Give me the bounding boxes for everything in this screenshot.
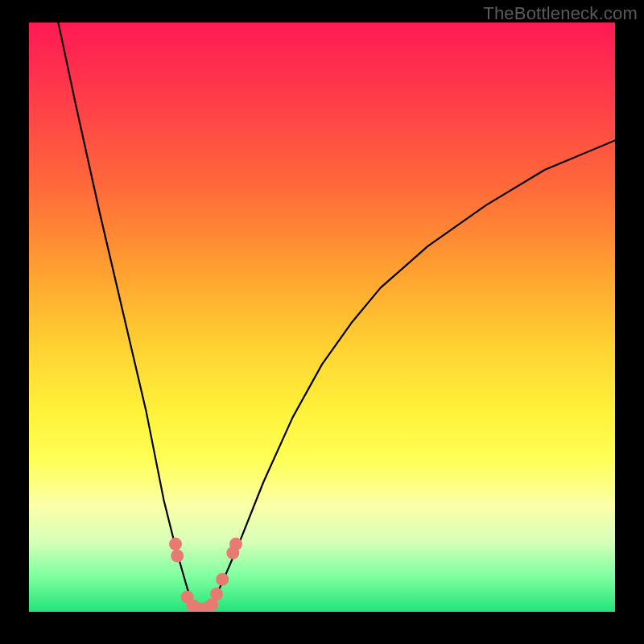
curve-path xyxy=(58,23,615,612)
bottleneck-curve xyxy=(58,23,615,612)
marker-dot xyxy=(171,550,184,563)
watermark-label: TheBottleneck.com xyxy=(483,3,638,24)
highlight-markers xyxy=(169,538,242,612)
plot-area xyxy=(29,23,615,612)
marker-dot xyxy=(216,573,229,586)
marker-dot xyxy=(169,538,182,551)
marker-dot xyxy=(229,538,242,551)
chart-frame: TheBottleneck.com xyxy=(0,0,644,644)
chart-svg xyxy=(29,23,615,612)
marker-dot xyxy=(210,588,223,601)
